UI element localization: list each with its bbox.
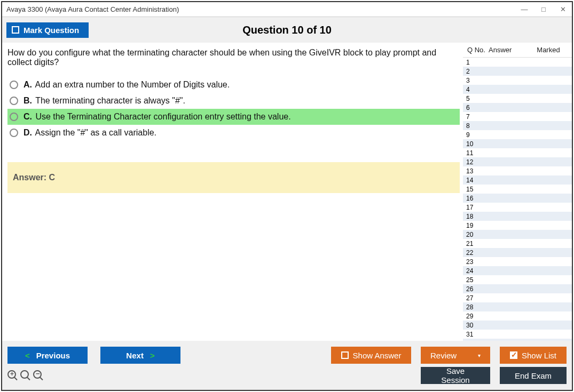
row-no: 16 bbox=[463, 195, 487, 202]
row-no: 13 bbox=[463, 167, 487, 175]
list-row[interactable]: 11 bbox=[463, 148, 572, 157]
list-row[interactable]: 13 bbox=[463, 166, 572, 175]
option-text: D. Assign the "#" as a call variable. bbox=[23, 128, 156, 138]
row-no: 10 bbox=[463, 140, 487, 148]
list-row[interactable]: 25 bbox=[463, 275, 572, 284]
list-row[interactable]: 31 bbox=[463, 330, 572, 339]
list-row[interactable]: 2 bbox=[463, 67, 572, 76]
row-no: 22 bbox=[463, 249, 487, 257]
row-no: 8 bbox=[463, 122, 487, 130]
option-d[interactable]: D. Assign the "#" as a call variable. bbox=[7, 125, 460, 141]
close-icon[interactable]: ✕ bbox=[558, 5, 568, 13]
list-row[interactable]: 21 bbox=[463, 239, 572, 248]
question-counter: Question 10 of 10 bbox=[242, 24, 332, 36]
col-header-answer[interactable]: Answer bbox=[489, 46, 526, 54]
next-button[interactable]: Next > bbox=[100, 347, 180, 364]
radio-icon bbox=[10, 97, 18, 105]
checkbox-icon bbox=[341, 351, 349, 359]
mark-question-button[interactable]: Mark Question bbox=[6, 22, 89, 38]
option-a[interactable]: A. Add an extra number to the Number of … bbox=[7, 77, 460, 93]
zoom-out-icon[interactable] bbox=[33, 370, 42, 381]
row-no: 21 bbox=[463, 240, 487, 247]
row-no: 23 bbox=[463, 258, 487, 266]
list-row[interactable]: 27 bbox=[463, 293, 572, 302]
list-row[interactable]: 17 bbox=[463, 203, 572, 212]
row-no: 1 bbox=[463, 59, 487, 66]
row-no: 30 bbox=[463, 322, 487, 329]
review-button[interactable]: Review ▾ bbox=[421, 347, 490, 364]
list-row[interactable]: 20 bbox=[463, 230, 572, 239]
row-no: 19 bbox=[463, 222, 487, 229]
list-row[interactable]: 14 bbox=[463, 175, 572, 185]
list-row[interactable]: 4 bbox=[463, 85, 572, 94]
end-exam-label: End Exam bbox=[515, 371, 552, 380]
previous-button[interactable]: < Previous bbox=[7, 347, 88, 364]
caret-down-icon: ▾ bbox=[478, 353, 481, 358]
list-row[interactable]: 28 bbox=[463, 302, 572, 311]
row-no: 14 bbox=[463, 177, 487, 184]
row-no: 12 bbox=[463, 158, 487, 166]
list-row[interactable]: 7 bbox=[463, 112, 572, 121]
list-row[interactable]: 8 bbox=[463, 121, 572, 130]
row-no: 27 bbox=[463, 294, 487, 302]
question-list-panel: Q No. Answer Marked 12345678910111213141… bbox=[463, 43, 572, 341]
show-answer-button[interactable]: Show Answer bbox=[331, 347, 411, 364]
list-row[interactable]: 26 bbox=[463, 284, 572, 293]
list-row[interactable]: 18 bbox=[463, 212, 572, 221]
zoom-controls bbox=[7, 370, 42, 381]
list-row[interactable]: 9 bbox=[463, 130, 572, 139]
option-c[interactable]: C. Use the Terminating Character configu… bbox=[7, 109, 460, 125]
list-row[interactable]: 1 bbox=[463, 58, 572, 67]
bottom-row-1: < Previous Next > Show Answer Review ▾ bbox=[7, 347, 567, 364]
list-row[interactable]: 19 bbox=[463, 221, 572, 230]
radio-icon bbox=[10, 113, 18, 121]
action-buttons-2: Save Session End Exam bbox=[421, 367, 567, 384]
list-row[interactable]: 10 bbox=[463, 139, 572, 148]
review-label: Review bbox=[430, 351, 457, 360]
mark-question-label: Mark Question bbox=[23, 26, 79, 35]
previous-label: Previous bbox=[36, 351, 70, 360]
list-row[interactable]: 6 bbox=[463, 103, 572, 112]
list-row[interactable]: 22 bbox=[463, 248, 572, 257]
col-header-marked[interactable]: Marked bbox=[526, 46, 571, 54]
list-row[interactable]: 30 bbox=[463, 321, 572, 330]
list-row[interactable]: 15 bbox=[463, 185, 572, 194]
list-row[interactable]: 29 bbox=[463, 311, 572, 321]
bottom-row-2: Save Session End Exam bbox=[7, 367, 567, 384]
row-no: 2 bbox=[463, 68, 487, 75]
list-row[interactable]: 5 bbox=[463, 94, 572, 103]
show-list-button[interactable]: Show List bbox=[500, 347, 567, 364]
options-list: A. Add an extra number to the Number of … bbox=[7, 77, 460, 141]
save-session-label: Save Session bbox=[433, 366, 478, 385]
zoom-reset-icon[interactable] bbox=[20, 370, 29, 381]
list-rows[interactable]: 1234567891011121314151617181920212223242… bbox=[463, 57, 572, 341]
col-header-no[interactable]: Q No. bbox=[464, 46, 489, 54]
row-no: 17 bbox=[463, 204, 487, 211]
end-exam-button[interactable]: End Exam bbox=[500, 367, 567, 384]
minimize-icon[interactable]: — bbox=[520, 5, 529, 13]
title-bar: Avaya 3300 (Avaya Aura Contact Center Ad… bbox=[2, 2, 572, 17]
row-no: 26 bbox=[463, 285, 487, 293]
answer-box: Answer: C bbox=[7, 162, 460, 193]
action-buttons-1: Show Answer Review ▾ Show List bbox=[331, 347, 567, 364]
zoom-in-icon[interactable] bbox=[7, 370, 16, 381]
row-no: 5 bbox=[463, 95, 487, 102]
list-row[interactable]: 12 bbox=[463, 157, 572, 166]
row-no: 6 bbox=[463, 104, 487, 111]
save-session-button[interactable]: Save Session bbox=[421, 367, 490, 384]
list-row[interactable]: 23 bbox=[463, 257, 572, 266]
list-row[interactable]: 24 bbox=[463, 266, 572, 275]
list-row[interactable]: 16 bbox=[463, 194, 572, 203]
row-no: 29 bbox=[463, 313, 487, 320]
maximize-icon[interactable]: □ bbox=[539, 5, 548, 13]
row-no: 9 bbox=[463, 131, 487, 139]
row-no: 7 bbox=[463, 113, 487, 121]
nav-buttons: < Previous Next > bbox=[7, 347, 180, 364]
list-row[interactable]: 3 bbox=[463, 76, 572, 85]
row-no: 3 bbox=[463, 77, 487, 84]
option-b[interactable]: B. The terminating character is always "… bbox=[7, 93, 460, 109]
row-no: 28 bbox=[463, 303, 487, 311]
row-no: 4 bbox=[463, 86, 487, 93]
row-no: 31 bbox=[463, 331, 487, 338]
question-text: How do you configure what the terminatin… bbox=[7, 48, 460, 67]
